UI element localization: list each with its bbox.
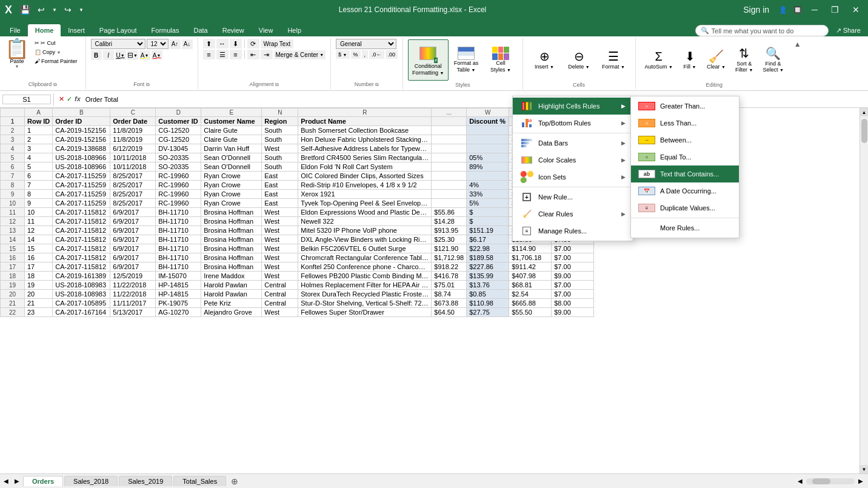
tab-home[interactable]: Home [28, 24, 61, 36]
col-header-d[interactable]: D [156, 109, 201, 117]
sort-filter-button[interactable]: ⇅ Sort &Filter ▼ [731, 39, 757, 80]
redo-icon[interactable]: ↪ [62, 4, 73, 16]
cut-button[interactable]: ✂ ✂ Cut [32, 39, 81, 47]
border-button[interactable]: ⊟ ▼ [127, 50, 138, 60]
align-left-button[interactable]: ≡ [203, 50, 215, 59]
col-header-r[interactable]: R [298, 109, 432, 117]
scroll-thumb[interactable] [861, 119, 867, 143]
format-button[interactable]: ☰ Format ▼ [597, 39, 630, 80]
col-header-rownum[interactable] [1, 109, 25, 117]
cancel-icon[interactable]: ✕ [59, 95, 64, 103]
confirm-icon[interactable]: ✓ [67, 95, 72, 103]
tab-file[interactable]: File [2, 24, 28, 36]
wrap-text-button[interactable]: Wrap Text [261, 39, 294, 48]
orientation-button[interactable]: ⟳ [247, 39, 259, 48]
percent-button[interactable]: % [351, 50, 361, 59]
formula-input[interactable] [83, 95, 866, 104]
scroll-sheets-right-button[interactable]: ▶ [12, 477, 22, 485]
tab-formulas[interactable]: Formulas [144, 24, 187, 36]
undo-icon[interactable]: ↩ [36, 4, 47, 16]
conditional-formatting-button[interactable]: ≠ ConditionalFormatting ▼ [408, 39, 448, 81]
increase-decimal-button[interactable]: .00 [386, 50, 398, 59]
tab-review[interactable]: Review [215, 24, 252, 36]
vertical-scrollbar[interactable]: ▲ ▼ [860, 108, 868, 473]
col-header-x[interactable]: W [467, 109, 509, 117]
ribbon-toggle-icon[interactable]: 🔲 [793, 6, 802, 14]
increase-indent-button[interactable]: ⇥ [261, 50, 273, 59]
comma-button[interactable]: , [362, 50, 369, 59]
minimize-button[interactable]: ─ [808, 4, 821, 16]
tab-insert[interactable]: Insert [61, 24, 92, 36]
tell-me-box[interactable]: 🔍 Tell me what you want to do [695, 25, 829, 36]
format-as-table-button[interactable]: Format asTable ▼ [450, 39, 483, 81]
format-painter-button[interactable]: 🖌 Format Painter [32, 57, 81, 65]
bold-button[interactable]: B [91, 50, 102, 60]
align-center-button[interactable]: ☰ [216, 50, 229, 59]
col-header-w[interactable]: ... [432, 109, 467, 117]
share-button[interactable]: ↗ Share [836, 27, 861, 35]
sheet-tab-sales2018[interactable]: Sales_2018 [64, 476, 118, 486]
tab-view[interactable]: View [252, 24, 281, 36]
col-header-e[interactable]: E [201, 109, 262, 117]
tab-help[interactable]: Help [280, 24, 309, 36]
name-box[interactable] [2, 95, 51, 104]
hcr-item-morerules[interactable]: More Rules... [631, 219, 739, 236]
hscroll-left-button[interactable]: ◀ [795, 477, 805, 485]
hcr-item-lessthan[interactable]: < Less Than... [631, 115, 739, 132]
find-select-button[interactable]: 🔍 Find &Select ▼ [758, 39, 787, 80]
fill-button[interactable]: ⬇ Fill ▼ [678, 39, 701, 80]
hcr-item-dateoccurring[interactable]: 📅 A Date Occurring... [631, 182, 739, 199]
align-middle-button[interactable]: ↔ [216, 39, 229, 48]
qat-dropdown-icon[interactable]: ▼ [77, 6, 85, 14]
col-header-n[interactable]: N [262, 109, 298, 117]
col-header-c[interactable]: C [110, 109, 156, 117]
scroll-down-button[interactable]: ▼ [860, 465, 869, 473]
paste-button[interactable]: 📋 Paste ▼ [5, 39, 29, 69]
delete-button[interactable]: ⊖ Delete ▼ [563, 39, 596, 80]
hcr-item-duplicatevalues[interactable]: ≡ Duplicate Values... [631, 199, 739, 216]
decrease-decimal-button[interactable]: .0← [369, 50, 384, 59]
align-right-button[interactable]: ≡ [230, 50, 242, 59]
align-top-button[interactable]: ⬆ [203, 39, 215, 48]
cf-menu-item-colorscales[interactable]: Color Scales ▶ [513, 152, 633, 169]
hcr-item-equalto[interactable]: = Equal To... [631, 149, 739, 165]
sheet-tab-orders[interactable]: Orders [23, 476, 63, 486]
font-shrink-button[interactable]: A↓ [182, 39, 193, 49]
scroll-sheets-left-button[interactable]: ◀ [1, 477, 11, 485]
hcr-item-greaterthan[interactable]: > Greater Than... [631, 98, 739, 115]
insert-button[interactable]: ⊕ Insert ▼ [528, 39, 561, 80]
sign-in-button[interactable]: Sign in [739, 4, 773, 16]
insert-function-icon[interactable]: fx [75, 95, 81, 103]
restore-button[interactable]: ❐ [827, 4, 843, 16]
cf-menu-item-newrule[interactable]: + New Rule... [513, 189, 633, 206]
clear-button[interactable]: 🧹 Clear ▼ [703, 39, 730, 80]
col-header-b[interactable]: B [53, 109, 110, 117]
align-bottom-button[interactable]: ⬇ [230, 39, 242, 48]
col-header-a[interactable]: A [25, 109, 53, 117]
undo-dropdown-icon[interactable]: ▼ [50, 6, 59, 14]
sheet-tab-sales2019[interactable]: Sales_2019 [119, 476, 172, 486]
cf-menu-item-highlight[interactable]: Highlight Cells Rules ▶ [513, 98, 633, 115]
horizontal-scrollbar[interactable] [806, 478, 855, 484]
sheet-tab-totalsales[interactable]: Total_Sales [173, 476, 226, 486]
cf-menu-item-iconsets[interactable]: 🔴🟡🟢 Icon Sets ▶ [513, 169, 633, 186]
save-icon[interactable]: 💾 [18, 4, 32, 16]
scroll-up-button[interactable]: ▲ [860, 108, 869, 116]
hcr-item-textcontains[interactable]: ab Text that Contains... [631, 165, 739, 182]
fill-color-button[interactable]: A ▼ [139, 50, 150, 60]
font-size-select[interactable]: 12 [147, 39, 169, 49]
decrease-indent-button[interactable]: ⇤ [247, 50, 259, 59]
accounting-button[interactable]: $ ▼ [336, 50, 349, 59]
cf-menu-item-databars[interactable]: Data Bars ▶ [513, 135, 633, 152]
collapse-ribbon-button[interactable]: ▲ [793, 38, 803, 89]
add-sheet-button[interactable]: ⊕ [227, 476, 242, 486]
cf-menu-item-topbottom[interactable]: 10 Top/Bottom Rules ▶ [513, 115, 633, 132]
autosum-button[interactable]: Σ AutoSum ▼ [641, 39, 677, 80]
copy-button[interactable]: 📋 Copy ▼ [32, 48, 81, 56]
tab-page-layout[interactable]: Page Layout [92, 24, 144, 36]
number-format-select[interactable]: General [336, 39, 396, 49]
font-name-select[interactable]: Calibri [91, 39, 145, 49]
close-button[interactable]: ✕ [849, 4, 863, 16]
font-grow-button[interactable]: A↑ [170, 39, 181, 49]
italic-button[interactable]: I [103, 50, 114, 60]
